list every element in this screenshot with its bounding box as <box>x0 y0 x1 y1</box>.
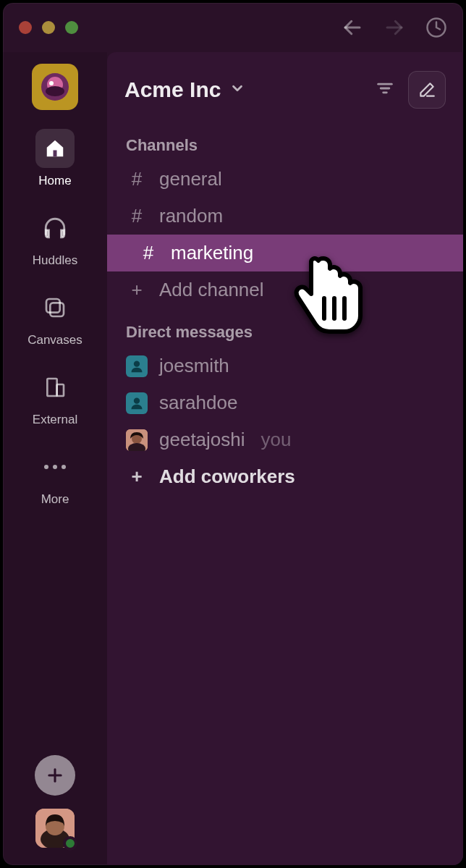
channel-general[interactable]: # general <box>107 161 463 198</box>
rail-label: More <box>41 492 69 507</box>
chevron-down-icon[interactable] <box>229 80 245 99</box>
rail-item-canvases[interactable]: Canvases <box>27 288 82 347</box>
hash-icon: # <box>126 168 148 190</box>
rail-item-more[interactable]: More <box>35 447 75 507</box>
dms-section-header[interactable]: Direct messages <box>107 308 463 347</box>
presence-active-icon <box>63 836 77 851</box>
svg-point-27 <box>134 397 140 403</box>
svg-rect-10 <box>47 379 56 396</box>
close-window-button[interactable] <box>19 21 32 34</box>
titlebar-nav <box>342 17 447 38</box>
rail-item-external[interactable]: External <box>33 368 77 427</box>
dm-joesmith[interactable]: joesmith <box>107 347 463 384</box>
sidebar-header: Acme Inc <box>107 52 463 122</box>
hash-icon: # <box>126 205 148 227</box>
svg-rect-7 <box>54 151 57 157</box>
svg-point-6 <box>49 81 54 85</box>
add-coworkers-label: Add coworkers <box>159 465 295 488</box>
add-coworkers-button[interactable]: + Add coworkers <box>107 458 463 495</box>
you-label: you <box>261 429 292 451</box>
avatar-icon <box>126 355 148 377</box>
headphones-icon <box>35 208 75 248</box>
add-workspace-button[interactable] <box>35 755 75 796</box>
home-icon <box>35 129 75 168</box>
canvases-icon <box>35 288 75 327</box>
channels-section-header[interactable]: Channels <box>107 122 463 161</box>
avatar-photo <box>126 429 148 451</box>
compose-icon <box>418 80 436 99</box>
workspace-switcher[interactable] <box>32 64 78 110</box>
channel-marketing[interactable]: # marketing <box>107 235 463 271</box>
nav-rail: Home Huddles Canvases External <box>3 52 107 865</box>
svg-rect-11 <box>57 384 64 396</box>
app-window: Home Huddles Canvases External <box>3 3 463 865</box>
avatar-icon <box>126 392 148 414</box>
titlebar <box>3 3 463 52</box>
plus-icon: + <box>126 279 148 301</box>
rail-label: Home <box>38 174 71 188</box>
body: Home Huddles Canvases External <box>3 52 463 865</box>
filter-button[interactable] <box>375 78 395 101</box>
nav-back-button[interactable] <box>342 17 363 38</box>
traffic-lights <box>19 21 78 34</box>
rail-label: External <box>33 413 77 427</box>
svg-point-26 <box>134 361 140 366</box>
plus-icon: + <box>126 465 148 488</box>
rail-item-home[interactable]: Home <box>35 129 75 188</box>
svg-rect-8 <box>46 299 60 313</box>
dm-geetajoshi[interactable]: geetajoshi you <box>107 421 463 458</box>
dm-name: joesmith <box>159 355 229 377</box>
rail-item-huddles[interactable]: Huddles <box>33 208 77 268</box>
rail-label: Huddles <box>33 253 77 268</box>
dm-sarahdoe[interactable]: sarahdoe <box>107 384 463 421</box>
hash-icon: # <box>137 242 159 264</box>
add-channel-button[interactable]: + Add channel <box>107 271 463 308</box>
history-button[interactable] <box>425 17 447 38</box>
channel-random[interactable]: # random <box>107 198 463 235</box>
building-icon <box>35 368 75 407</box>
compose-button[interactable] <box>408 71 446 109</box>
channel-sidebar: Acme Inc Channels # general <box>107 52 463 865</box>
zoom-window-button[interactable] <box>65 21 78 34</box>
add-channel-label: Add channel <box>159 279 264 301</box>
workspace-name[interactable]: Acme Inc <box>124 77 221 102</box>
workspace-logo-icon <box>38 70 72 104</box>
channel-label: marketing <box>171 242 253 264</box>
nav-forward-button[interactable] <box>384 17 405 38</box>
rail-label: Canvases <box>27 333 82 347</box>
self-avatar[interactable] <box>35 809 75 848</box>
more-icon <box>35 447 75 486</box>
svg-rect-9 <box>50 303 64 316</box>
channel-label: general <box>159 168 222 190</box>
channel-label: random <box>159 205 223 227</box>
svg-point-5 <box>46 86 64 96</box>
dm-name: sarahdoe <box>159 392 237 414</box>
minimize-window-button[interactable] <box>42 21 55 34</box>
plus-icon <box>45 765 65 785</box>
dm-name: geetajoshi <box>159 429 245 451</box>
rail-footer <box>35 755 75 865</box>
